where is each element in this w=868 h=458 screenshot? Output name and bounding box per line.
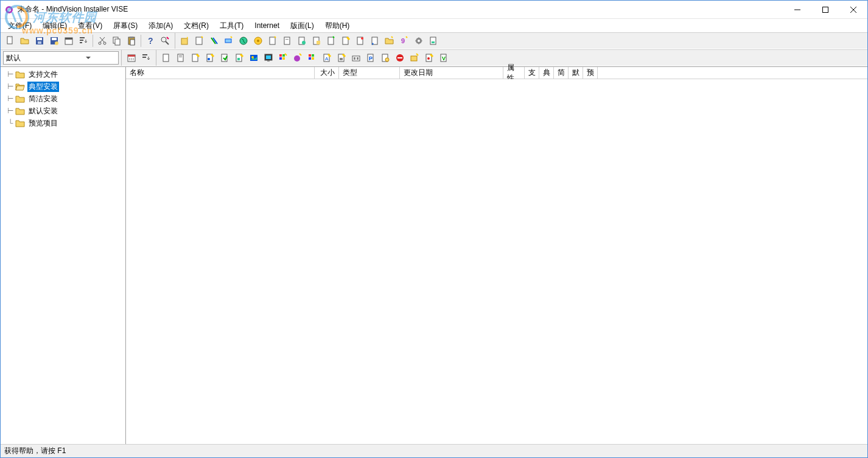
tree-label: 默认安装 xyxy=(27,106,59,116)
save-button[interactable] xyxy=(33,34,46,48)
svg-rect-14 xyxy=(65,38,72,40)
page-button[interactable]: P xyxy=(364,51,377,65)
wiz-icon[interactable] xyxy=(368,34,382,48)
wiz-icon[interactable]: 9 xyxy=(397,34,411,48)
sidebar-tree[interactable]: ⊢ 支持文件 ⊢ 典型安装 ⊢ 简洁安装 ⊢ 默认安装 └ xyxy=(1,67,126,444)
window-title: 未命名 - MindVision Installer VISE xyxy=(18,4,128,15)
close-button[interactable] xyxy=(839,1,867,18)
wiz-icon[interactable] xyxy=(324,34,338,48)
tree-item-default-install[interactable]: ⊢ 默认安装 xyxy=(1,105,125,117)
tree-item-typical-install[interactable]: ⊢ 典型安装 xyxy=(1,80,125,93)
tree-item-minimal-install[interactable]: ⊢ 简洁安装 xyxy=(1,93,125,105)
wiz-icon[interactable] xyxy=(427,34,440,48)
date-button[interactable] xyxy=(62,34,75,48)
minimize-button[interactable] xyxy=(783,1,811,18)
page-button[interactable] xyxy=(408,51,421,65)
list-body[interactable] xyxy=(126,79,867,444)
page-button[interactable] xyxy=(159,51,173,65)
statusbar: 获得帮助，请按 F1 xyxy=(1,444,867,457)
layout-dropdown[interactable]: 默认 xyxy=(3,51,119,65)
page-button[interactable] xyxy=(233,51,246,65)
page-button[interactable] xyxy=(174,51,187,65)
toolbar-group-dropdown: 默认 xyxy=(1,50,122,66)
wiz-icon[interactable] xyxy=(237,34,250,48)
column-preview[interactable]: 预 xyxy=(583,67,598,79)
column-minimal[interactable]: 简 xyxy=(554,67,569,79)
wiz-icon[interactable] xyxy=(251,34,265,48)
wiz-icon[interactable] xyxy=(266,34,279,48)
wiz-icon[interactable] xyxy=(178,34,192,48)
svg-rect-9 xyxy=(38,41,41,44)
svg-rect-77 xyxy=(279,54,282,57)
svg-rect-79 xyxy=(279,57,282,60)
wiz-icon[interactable] xyxy=(222,34,236,48)
wiz-icon[interactable] xyxy=(412,34,425,48)
calendar-button[interactable] xyxy=(125,51,138,65)
tree-connector: ⊢ xyxy=(5,94,15,103)
column-default[interactable]: 默 xyxy=(569,67,583,79)
svg-line-21 xyxy=(100,37,104,42)
wiz-icon[interactable] xyxy=(193,34,206,48)
menu-document[interactable]: 文档(R) xyxy=(179,19,214,32)
paste-button[interactable] xyxy=(125,34,138,48)
wiz-icon[interactable] xyxy=(310,34,323,48)
wiz-icon[interactable] xyxy=(281,34,294,48)
page-button[interactable]: A xyxy=(320,51,334,65)
menu-file[interactable]: 文件(F) xyxy=(3,19,37,32)
list-down-button[interactable] xyxy=(139,51,153,65)
wiz-icon[interactable] xyxy=(295,34,309,48)
find-button[interactable] xyxy=(158,34,172,48)
column-name[interactable]: 名称 xyxy=(126,67,315,79)
svg-point-37 xyxy=(257,40,259,42)
svg-rect-84 xyxy=(309,57,311,60)
page-button[interactable] xyxy=(203,51,217,65)
svg-point-28 xyxy=(161,37,166,42)
page-button[interactable]: V xyxy=(437,51,450,65)
page-button[interactable] xyxy=(349,51,363,65)
menu-edit[interactable]: 编辑(E) xyxy=(38,19,72,32)
wiz-icon[interactable] xyxy=(354,34,367,48)
menu-help[interactable]: 帮助(H) xyxy=(320,19,355,32)
help-button[interactable]: ? xyxy=(144,34,157,48)
svg-rect-82 xyxy=(309,54,311,57)
column-type[interactable]: 类型 xyxy=(339,67,400,79)
page-button[interactable] xyxy=(379,51,392,65)
page-button[interactable] xyxy=(262,51,275,65)
menu-add[interactable]: 添加(A) xyxy=(144,19,178,32)
menu-screen[interactable]: 屏幕(S) xyxy=(108,19,142,32)
page-button[interactable] xyxy=(422,51,436,65)
menubar: 文件(F) 编辑(E) 查看(V) 屏幕(S) 添加(A) 文档(R) 工具(T… xyxy=(1,19,867,32)
wiz-icon[interactable] xyxy=(208,34,221,48)
window-controls xyxy=(783,1,867,18)
wiz-icon[interactable] xyxy=(339,34,352,48)
page-button[interactable] xyxy=(276,51,290,65)
page-button[interactable] xyxy=(218,51,231,65)
content-listview: 名称 大小 类型 更改日期 属性 支 典 简 默 预 xyxy=(126,67,867,444)
column-support[interactable]: 支 xyxy=(525,67,539,79)
sort-down-button[interactable] xyxy=(77,34,90,48)
save-as-button[interactable] xyxy=(47,34,61,48)
cut-button[interactable] xyxy=(96,34,109,48)
column-modified[interactable]: 更改日期 xyxy=(400,67,503,79)
wiz-icon[interactable] xyxy=(383,34,396,48)
page-button[interactable] xyxy=(291,51,304,65)
menu-view[interactable]: 查看(V) xyxy=(73,19,107,32)
copy-button[interactable] xyxy=(110,34,124,48)
column-typical[interactable]: 典 xyxy=(539,67,554,79)
new-file-button[interactable] xyxy=(4,34,17,48)
tree-item-support-files[interactable]: ⊢ 支持文件 xyxy=(1,68,125,80)
page-button[interactable] xyxy=(306,51,319,65)
column-attr[interactable]: 属性 xyxy=(503,67,525,79)
menu-tools[interactable]: 工具(T) xyxy=(215,19,248,32)
menu-layout[interactable]: 版面(L) xyxy=(285,19,319,32)
page-button[interactable] xyxy=(335,51,348,65)
page-button[interactable] xyxy=(393,51,407,65)
svg-rect-56 xyxy=(128,55,135,57)
menu-internet[interactable]: Internet xyxy=(250,20,284,31)
open-button[interactable] xyxy=(18,34,32,48)
column-size[interactable]: 大小 xyxy=(315,67,339,79)
page-button[interactable] xyxy=(189,51,202,65)
page-button[interactable] xyxy=(247,51,261,65)
maximize-button[interactable] xyxy=(811,1,839,18)
tree-item-preview[interactable]: └ 预览项目 xyxy=(1,117,125,129)
